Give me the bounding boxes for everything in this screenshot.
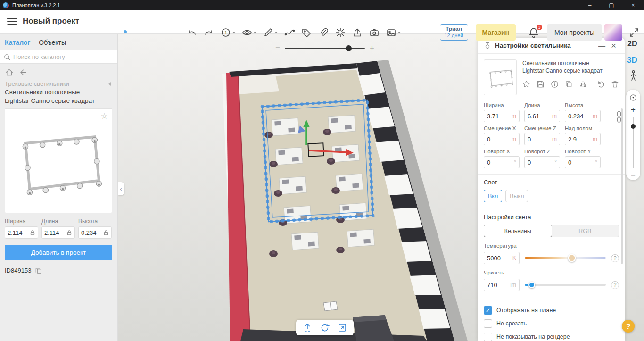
product-name: Светильники потолочные Lightstar Canno с… <box>0 87 117 105</box>
temperature-slider[interactable] <box>525 257 606 259</box>
fullscreen-toggle-button[interactable] <box>629 27 639 38</box>
notifications-button[interactable]: 3 <box>528 27 539 38</box>
mode-2d-button[interactable]: 2D <box>627 40 637 48</box>
home-button[interactable] <box>5 68 14 77</box>
category-breadcrumb[interactable]: Трековые светильники <box>5 80 69 87</box>
maximize-button[interactable]: ▢ <box>601 0 622 10</box>
light-section-label: Свет <box>484 179 619 186</box>
zoom-in-button[interactable]: + <box>368 43 376 53</box>
checkbox-hide-on-render[interactable] <box>484 333 492 341</box>
export-button[interactable] <box>352 27 363 38</box>
brightness-help-button[interactable]: ? <box>611 281 619 289</box>
checkbox-no-cut[interactable] <box>484 319 492 328</box>
spline-tool-button[interactable] <box>284 27 295 38</box>
chevron-down-icon <box>232 32 235 33</box>
mode-3d-button[interactable]: 3D <box>627 56 637 65</box>
delete-button[interactable] <box>611 80 619 88</box>
temperature-field[interactable]: 5000K <box>484 252 520 264</box>
width-field[interactable]: 2.114 <box>5 226 38 239</box>
product-card[interactable]: ☆ <box>5 108 112 213</box>
pin-icon[interactable] <box>484 42 491 50</box>
sidebar-collapse-handle[interactable]: ‹ <box>118 182 124 195</box>
temperature-label: Температура <box>484 243 619 249</box>
tab-kelvin[interactable]: Кельвины <box>484 225 552 237</box>
brightness-slider-thumb[interactable] <box>528 282 535 288</box>
chevron-down-icon <box>398 32 401 33</box>
zoom-out-strip-button[interactable]: − <box>631 172 636 180</box>
panel-scrollbar[interactable] <box>621 108 623 264</box>
zoom-slider-thumb[interactable] <box>346 45 352 51</box>
minimize-button[interactable]: – <box>579 0 601 10</box>
zoom-slider[interactable] <box>285 48 365 49</box>
copy-id-button[interactable] <box>35 267 42 274</box>
reset-button[interactable] <box>597 80 605 88</box>
save-button[interactable] <box>537 80 545 88</box>
camera-button[interactable] <box>369 27 380 38</box>
draw-tool-button[interactable] <box>263 27 278 38</box>
length-field[interactable]: 2.114 <box>41 226 75 239</box>
visibility-button[interactable] <box>242 27 256 38</box>
rotate-view-button[interactable] <box>320 323 330 333</box>
my-projects-button[interactable]: Мои проекты <box>547 24 602 41</box>
field-width[interactable]: 3.71m <box>484 110 520 122</box>
redo-button[interactable] <box>204 27 214 38</box>
floor-selector-button[interactable]: 1 <box>221 27 235 38</box>
tab-catalog[interactable]: Каталог <box>5 39 30 46</box>
checkbox-show-on-plan[interactable]: ✓ <box>484 306 492 315</box>
help-button[interactable]: ? <box>622 320 635 333</box>
field-length[interactable]: 6.61m <box>524 110 560 122</box>
favorite-star-icon[interactable]: ☆ <box>101 111 108 121</box>
view-zoom-controls: + − <box>626 90 640 180</box>
tab-objects[interactable]: Объекты <box>39 39 66 46</box>
brightness-slider[interactable] <box>525 284 606 286</box>
display-options: ✓ Отображать на плане Не срезать Не пока… <box>478 297 625 341</box>
render-image-button[interactable] <box>386 27 401 38</box>
temperature-slider-thumb[interactable] <box>568 254 576 262</box>
tag-tool-button[interactable] <box>301 27 312 38</box>
product-id: ID849153 <box>5 267 31 274</box>
panel-close-button[interactable]: × <box>608 41 619 51</box>
field-above-floor[interactable]: 2.9m <box>565 133 601 145</box>
field-offset-x[interactable]: 0m <box>484 133 520 145</box>
search-icon <box>4 54 11 61</box>
view-zoom-slider-thumb[interactable] <box>631 124 636 129</box>
zoom-in-strip-button[interactable]: + <box>631 106 636 114</box>
undo-button[interactable] <box>187 27 197 38</box>
field-rotate-x[interactable]: 0° <box>484 156 520 168</box>
close-button[interactable]: × <box>622 0 644 10</box>
fullscreen-view-button[interactable] <box>337 323 347 333</box>
panel-minimize-button[interactable]: — <box>595 42 608 50</box>
duplicate-button[interactable] <box>565 80 573 88</box>
add-to-project-button[interactable]: Добавить в проект <box>5 245 112 260</box>
brightness-field[interactable]: 710lm <box>484 279 520 291</box>
walkthrough-button[interactable] <box>628 70 638 82</box>
back-button[interactable] <box>18 68 27 77</box>
menu-button[interactable] <box>7 18 17 25</box>
tab-rgb[interactable]: RGB <box>552 225 619 237</box>
collapse-left-icon[interactable] <box>108 82 111 86</box>
unsaved-indicator-dot <box>124 30 127 33</box>
light-off-button[interactable]: Выкл <box>505 190 528 202</box>
lighting-button[interactable] <box>335 27 346 38</box>
avatar[interactable] <box>604 24 622 41</box>
trial-badge[interactable]: Триал 12 дней <box>440 24 468 40</box>
field-height[interactable]: 0.234m <box>565 110 601 122</box>
field-offset-z[interactable]: 0m <box>524 133 560 145</box>
view-zoom-slider[interactable] <box>633 117 634 168</box>
selected-object-thumbnail <box>484 59 517 95</box>
temperature-help-button[interactable]: ? <box>611 254 619 262</box>
favorite-star-button[interactable] <box>522 80 530 88</box>
field-rotate-y[interactable]: 0° <box>565 156 601 168</box>
walk-mode-button[interactable] <box>302 323 313 333</box>
mirror-button[interactable] <box>579 80 587 88</box>
orbit-target-button[interactable] <box>629 93 637 102</box>
shop-button[interactable]: Магазин <box>476 24 516 41</box>
height-field[interactable]: 0.234 <box>78 226 112 239</box>
light-on-button[interactable]: Вкл <box>484 190 502 202</box>
attach-tool-button[interactable] <box>318 27 329 38</box>
info-button[interactable] <box>551 80 559 88</box>
light-settings-label: Настройки света <box>484 214 619 221</box>
search-input[interactable] <box>13 53 107 60</box>
zoom-out-button[interactable]: − <box>273 43 282 53</box>
field-rotate-z[interactable]: 0° <box>524 156 560 168</box>
